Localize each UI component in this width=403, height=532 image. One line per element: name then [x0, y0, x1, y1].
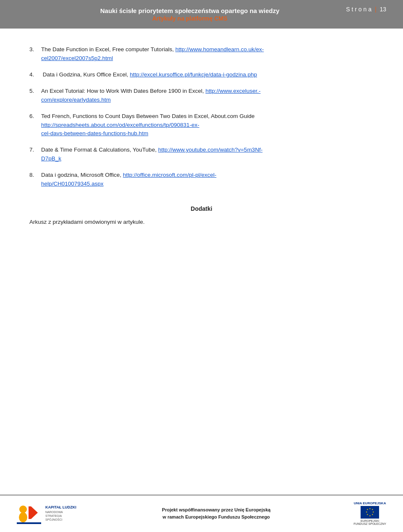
- page-number: S t r o n a | 13: [346, 6, 386, 13]
- reference-list: 3. The Date Function in Excel, Free comp…: [29, 45, 374, 189]
- page-footer: KAPITAŁ LUDZKI NARODOWA STRATEGIA SPÓJNO…: [0, 495, 403, 532]
- footer-kl-text: KAPITAŁ LUDZKI NARODOWA STRATEGIA SPÓJNO…: [45, 505, 79, 522]
- ref-text-5: An Excel Tutorial: How to Work With Date…: [41, 87, 374, 105]
- ref-text-8: Data i godzina, Microsoft Office, http:/…: [41, 171, 374, 189]
- ref-link-5[interactable]: http://www.exceluser.-com/explore/earlyd…: [41, 88, 261, 103]
- svg-rect-4: [17, 522, 41, 524]
- svg-marker-3: [31, 506, 38, 519]
- svg-point-1: [19, 512, 27, 522]
- header-title-main: Nauki ścisłe priorytetem społeczeństwa o…: [42, 7, 338, 14]
- ref-number-4: 4.: [29, 71, 41, 79]
- ref-text-6: Ted French, Functions to Count Days Betw…: [41, 112, 374, 139]
- kapital-ludzki-logo: [17, 503, 41, 524]
- svg-point-0: [19, 506, 27, 513]
- ref-link-7[interactable]: http://www.youtube.com/watch?v=5m3Nf-D7p…: [41, 147, 262, 162]
- header-titles: Nauki ścisłe priorytetem społeczeństwa o…: [42, 7, 338, 22]
- list-item: 7. Date & Time Format & Calculations, Yo…: [29, 146, 374, 163]
- dodatki-title: Dodatki: [29, 205, 374, 212]
- svg-rect-2: [29, 506, 31, 519]
- header-title-sub: Artykuły na platformę CMS: [42, 15, 338, 22]
- arkusz-text: Arkusz z przykładami omówionymi w artyku…: [29, 219, 374, 225]
- content-area: 3. The Date Function in Excel, Free comp…: [0, 29, 403, 495]
- list-item: 5. An Excel Tutorial: How to Work With D…: [29, 87, 374, 105]
- ref-link-4[interactable]: http://excel.kursoffice.pl/funkcje/data-…: [130, 71, 257, 78]
- ref-number-6: 6.: [29, 112, 41, 139]
- eu-flag-icon: ★ ★ ★ ★ ★ ★ ★ ★: [361, 506, 379, 519]
- footer-center-text: Projekt współfinansowany przez Unię Euro…: [79, 506, 353, 520]
- ref-text-3: The Date Function in Excel, Free compute…: [41, 45, 374, 63]
- ue-logo-box: UNIA EUROPEJSKA ★ ★ ★ ★ ★ ★ ★ ★: [353, 501, 386, 525]
- footer-left: KAPITAŁ LUDZKI NARODOWA STRATEGIA SPÓJNO…: [17, 503, 79, 524]
- list-item: 8. Data i godzina, Microsoft Office, htt…: [29, 171, 374, 189]
- ref-text-7: Date & Time Format & Calculations, YouTu…: [41, 146, 374, 163]
- page: Nauki ścisłe priorytetem społeczeństwa o…: [0, 0, 403, 532]
- ref-link-6[interactable]: http://spreadsheets.about.com/od/excelfu…: [41, 122, 199, 137]
- ref-link-3[interactable]: http://www.homeandlearn.co.uk/ex-cel2007…: [41, 46, 264, 61]
- ref-number-8: 8.: [29, 171, 41, 189]
- ref-number-7: 7.: [29, 146, 41, 163]
- ref-text-4: Data i Godzina, Kurs Office Excel, http:…: [41, 71, 374, 79]
- list-item: 3. The Date Function in Excel, Free comp…: [29, 45, 374, 63]
- ref-link-8[interactable]: http://office.microsoft.com/pl-pl/excel-…: [41, 172, 216, 187]
- page-header: Nauki ścisłe priorytetem społeczeństwa o…: [0, 0, 403, 29]
- ref-number-3: 3.: [29, 45, 41, 63]
- ref-number-5: 5.: [29, 87, 41, 105]
- list-item: 6. Ted French, Functions to Count Days B…: [29, 112, 374, 139]
- list-item: 4. Data i Godzina, Kurs Office Excel, ht…: [29, 71, 374, 79]
- footer-right: UNIA EUROPEJSKA ★ ★ ★ ★ ★ ★ ★ ★: [353, 501, 386, 525]
